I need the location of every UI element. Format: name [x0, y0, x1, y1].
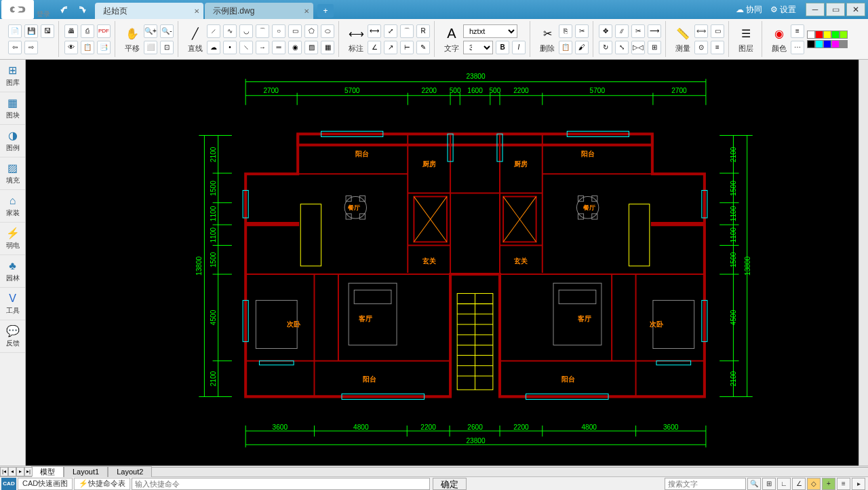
snap-angle-button[interactable]: ∠ [792, 478, 806, 490]
add-tab-button[interactable]: + [317, 4, 334, 18]
minimize-button[interactable]: ─ [806, 3, 825, 16]
tab-model[interactable]: 模型 [31, 466, 64, 477]
delete-button[interactable]: ✂删除 [536, 23, 559, 55]
color-red[interactable] [815, 31, 823, 39]
donut-button[interactable]: ◉ [288, 41, 302, 54]
arc-button[interactable]: ◡ [239, 24, 253, 38]
legend-button[interactable]: ◑图例 [0, 125, 25, 157]
zoom-out-button[interactable]: 🔍- [160, 24, 174, 38]
plot-button[interactable]: ⎙ [81, 24, 94, 38]
batch-button[interactable]: 📑 [97, 41, 111, 54]
import-button[interactable]: ⇦ [8, 41, 22, 54]
dim-arc-button[interactable]: ⌒ [400, 24, 414, 38]
circle-button[interactable]: ○ [272, 24, 285, 38]
arc3-button[interactable]: ⌒ [256, 24, 269, 38]
trim-button[interactable]: ✂ [631, 24, 645, 38]
measure-button[interactable]: 📏测量 [671, 23, 694, 55]
confirm-button[interactable]: 确定 [433, 478, 467, 490]
dim-angle-button[interactable]: ∠ [368, 41, 381, 54]
color-cyan[interactable] [815, 40, 823, 48]
scale-button[interactable]: ⤡ [615, 41, 629, 54]
list-button[interactable]: ≡ [711, 41, 724, 54]
ortho-button[interactable]: ∟ [777, 478, 791, 490]
feedback-button[interactable]: 💬反馈 [0, 320, 25, 353]
search-button[interactable]: 🔍 [747, 478, 761, 490]
command-input[interactable] [132, 478, 430, 490]
font-style-select[interactable]: hztxt [463, 24, 517, 38]
tab-nav-prev[interactable]: ◂ [8, 467, 16, 476]
close-icon[interactable]: ✕ [304, 7, 309, 15]
color-white[interactable] [807, 31, 815, 39]
area-button[interactable]: ▭ [711, 24, 724, 38]
dimension-button[interactable]: ⟷标注 [344, 23, 368, 55]
maximize-button[interactable]: ▭ [826, 3, 845, 16]
library-button[interactable]: ⊞图库 [0, 60, 25, 92]
color-gray[interactable] [840, 40, 848, 48]
vertical-scrollbar[interactable] [859, 60, 868, 466]
point-button[interactable]: • [223, 41, 237, 54]
offset-button[interactable]: ⫽ [615, 24, 629, 38]
search-input[interactable] [665, 478, 746, 490]
bold-button[interactable]: B [496, 41, 509, 54]
electrical-button[interactable]: ⚡弱电 [0, 223, 25, 255]
color-blue[interactable] [823, 40, 831, 48]
crosshair-button[interactable]: + [822, 478, 835, 490]
paste-button[interactable]: 📋 [559, 41, 572, 54]
tab-start-page[interactable]: 起始页✕ [95, 3, 203, 19]
leader-button[interactable]: ↗ [384, 41, 397, 54]
dim-edit-button[interactable]: ✎ [416, 41, 430, 54]
line-button[interactable]: ╱直线 [184, 23, 207, 55]
bylayer-button[interactable]: ≡ [791, 24, 804, 38]
ray-button[interactable]: → [256, 41, 269, 54]
text-button[interactable]: A文字 [440, 23, 463, 55]
copy-button[interactable]: ⎘ [559, 24, 572, 38]
dim-radius-button[interactable]: R [416, 24, 430, 38]
spline-button[interactable]: ∿ [223, 24, 237, 38]
tools-button[interactable]: V工具 [0, 288, 25, 320]
rotate-button[interactable]: ↻ [599, 41, 612, 54]
shortcut-table-button[interactable]: ⚡快捷命令表 [74, 478, 130, 490]
dim-cont-button[interactable]: ⊢ [400, 41, 414, 54]
polyline-button[interactable]: ⟋ [207, 24, 220, 38]
save-button[interactable]: 💾 [24, 24, 38, 38]
home-decor-button[interactable]: ⌂家装 [0, 190, 25, 223]
osnap-button[interactable]: ◇ [807, 478, 821, 490]
id-button[interactable]: ⊙ [694, 41, 708, 54]
saveas-button[interactable]: 🖫 [41, 24, 54, 38]
tab-example-dwg[interactable]: 示例图.dwg✕ [205, 3, 313, 19]
cut-button[interactable]: ✂ [575, 24, 589, 38]
color-black[interactable] [807, 40, 815, 48]
zoom-extents-button[interactable]: ⊡ [160, 41, 174, 54]
extend-button[interactable]: ⟶ [648, 24, 661, 38]
color-button[interactable]: ◉颜色 [768, 23, 791, 55]
color-magenta[interactable] [831, 40, 840, 48]
redo-button[interactable] [73, 2, 90, 17]
collab-link[interactable]: ☁ 协同 [736, 4, 762, 16]
wipeout-button[interactable]: ▨ [304, 41, 318, 54]
cloud-button[interactable]: ☁ [207, 41, 220, 54]
pdf-button[interactable]: PDF [97, 24, 111, 38]
array-button[interactable]: ⊞ [648, 41, 661, 54]
block-button[interactable]: ▦图块 [0, 92, 25, 125]
export-button[interactable]: ⇨ [24, 41, 38, 54]
color-lime[interactable] [840, 31, 848, 39]
color-yellow[interactable] [823, 31, 831, 39]
close-icon[interactable]: ✕ [194, 7, 199, 15]
region-button[interactable]: ▦ [321, 41, 334, 54]
font-size-select[interactable]: 350 [463, 41, 493, 54]
tab-nav-last[interactable]: ▸| [24, 467, 33, 476]
tab-nav-first[interactable]: |◂ [0, 467, 8, 476]
layer-button[interactable]: ☰图层 [734, 23, 757, 55]
mirror-button[interactable]: ▷◁ [631, 41, 645, 54]
snap-grid-button[interactable]: ⊞ [762, 478, 776, 490]
page-button[interactable]: 📋 [81, 41, 94, 54]
brush-button[interactable]: 🖌 [575, 41, 589, 54]
undo-button[interactable] [57, 2, 73, 17]
rect-button[interactable]: ▭ [288, 24, 302, 38]
italic-button[interactable]: I [512, 41, 526, 54]
move-button[interactable]: ✥ [599, 24, 612, 38]
settings-link[interactable]: ⚙ 设置 [770, 4, 796, 16]
tab-layout1[interactable]: Layout1 [64, 466, 108, 477]
lineweight-button[interactable]: ≡ [837, 478, 850, 490]
expand-button[interactable]: ▸ [852, 478, 865, 490]
